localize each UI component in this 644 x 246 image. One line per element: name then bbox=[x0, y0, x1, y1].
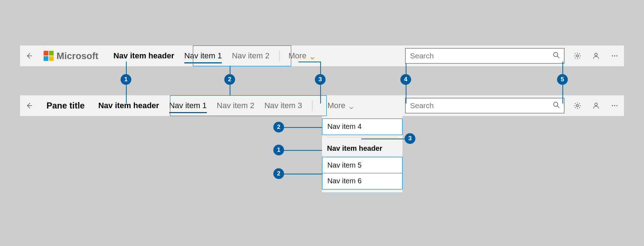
back-button[interactable] bbox=[20, 95, 39, 116]
callout-badge-3: 3 bbox=[315, 74, 326, 85]
callout-badge-2c: 2 bbox=[273, 168, 284, 179]
settings-button[interactable] bbox=[568, 45, 587, 66]
arrow-left-icon bbox=[25, 102, 33, 110]
person-icon bbox=[592, 102, 600, 110]
person-icon bbox=[592, 52, 600, 60]
chevron-down-icon bbox=[310, 53, 315, 58]
overflow-item-4[interactable]: Nav item 4 bbox=[322, 119, 402, 135]
more-actions-button[interactable] bbox=[605, 45, 624, 66]
top-nav-bar-example-2: Pane title Nav item header Nav item 1 Na… bbox=[20, 95, 624, 116]
nav-item-3[interactable]: Nav item 3 bbox=[259, 95, 307, 116]
nav-item-2[interactable]: Nav item 2 bbox=[227, 45, 274, 66]
account-button[interactable] bbox=[587, 45, 605, 66]
nav-item-header: Nav item header bbox=[108, 51, 179, 61]
svg-point-7 bbox=[576, 105, 579, 107]
svg-point-0 bbox=[553, 52, 558, 57]
overflow-item-6[interactable]: Nav item 6 bbox=[322, 173, 402, 189]
nav-item-header: Nav item header bbox=[93, 101, 164, 110]
microsoft-logo-icon bbox=[44, 51, 54, 61]
search-icon bbox=[552, 51, 560, 61]
svg-point-5 bbox=[616, 55, 618, 56]
nav-separator bbox=[312, 100, 312, 111]
search-box[interactable] bbox=[405, 98, 565, 114]
search-input[interactable] bbox=[409, 51, 552, 61]
nav-overflow-more-button[interactable]: More bbox=[285, 45, 318, 66]
chevron-down-icon bbox=[349, 103, 354, 108]
ellipsis-icon bbox=[611, 52, 619, 60]
overflow-separator bbox=[327, 137, 397, 138]
nav-overflow-more-button[interactable]: More bbox=[324, 95, 357, 116]
svg-point-1 bbox=[576, 55, 579, 57]
callout-badge-2b: 2 bbox=[273, 122, 284, 132]
svg-point-9 bbox=[612, 105, 613, 106]
pane-title: Pane title bbox=[47, 101, 85, 111]
svg-point-6 bbox=[553, 102, 558, 106]
nav-overflow-menu: Nav item 4 Nav item header Nav item 5 Na… bbox=[322, 116, 402, 192]
svg-point-10 bbox=[614, 105, 615, 106]
brand-label: Microsoft bbox=[57, 50, 98, 62]
callout-badge-1b: 1 bbox=[273, 145, 284, 155]
account-button[interactable] bbox=[587, 95, 605, 116]
nav-item-1[interactable]: Nav item 1 bbox=[164, 95, 212, 116]
callout-badge-2: 2 bbox=[224, 74, 235, 85]
search-input[interactable] bbox=[409, 101, 552, 110]
search-box[interactable] bbox=[405, 48, 565, 64]
callout-badge-3b: 3 bbox=[405, 133, 415, 144]
top-nav-bar-example-1: Microsoft Nav item header Nav item 1 Nav… bbox=[20, 45, 624, 66]
overflow-item-5[interactable]: Nav item 5 bbox=[322, 157, 402, 173]
overflow-group-header: Nav item header bbox=[322, 140, 402, 158]
nav-separator bbox=[279, 50, 280, 61]
svg-point-4 bbox=[614, 55, 615, 56]
ellipsis-icon bbox=[611, 102, 619, 110]
svg-point-2 bbox=[595, 53, 597, 56]
svg-point-3 bbox=[612, 55, 613, 56]
nav-item-1[interactable]: Nav item 1 bbox=[179, 45, 227, 66]
svg-point-8 bbox=[595, 103, 597, 106]
back-button[interactable] bbox=[20, 45, 39, 66]
arrow-left-icon bbox=[25, 52, 33, 60]
settings-button[interactable] bbox=[568, 95, 587, 116]
gear-icon bbox=[574, 102, 581, 110]
callout-badge-5: 5 bbox=[557, 74, 568, 85]
more-actions-button[interactable] bbox=[605, 95, 624, 116]
callout-badge-4: 4 bbox=[400, 74, 411, 85]
nav-item-2[interactable]: Nav item 2 bbox=[212, 95, 259, 116]
search-icon bbox=[552, 101, 560, 111]
gear-icon bbox=[574, 52, 581, 60]
callout-badge-1: 1 bbox=[121, 74, 131, 85]
svg-point-11 bbox=[616, 105, 618, 106]
